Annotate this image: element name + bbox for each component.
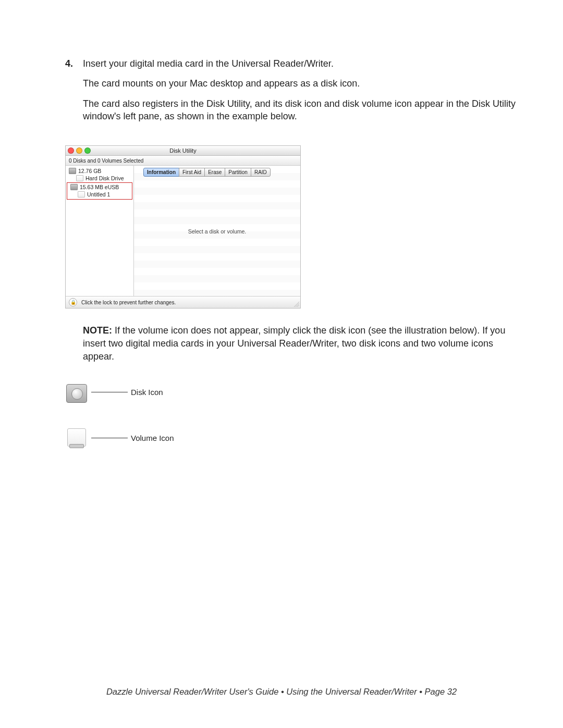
highlighted-media: 15.63 MB eUSB Untitled 1 xyxy=(67,182,132,200)
sidebar-disk-1[interactable]: 12.76 GB xyxy=(66,167,133,175)
sidebar: 12.76 GB Hard Disk Drive 15.63 MB eUSB U… xyxy=(66,166,134,296)
step-line-2: The card mounts on your Mac desktop and … xyxy=(83,77,516,90)
lock-hint: Click the lock to prevent further change… xyxy=(81,300,176,305)
sidebar-disk-2-label: 15.63 MB eUSB xyxy=(80,184,119,190)
note-label: NOTE: xyxy=(83,325,112,336)
tab-information[interactable]: Information xyxy=(143,168,179,177)
callout-line xyxy=(91,438,128,438)
disk-icon xyxy=(69,168,76,174)
window-titlebar: Disk Utility xyxy=(66,146,300,156)
page-footer: Dazzle Universal Reader/Writer User's Gu… xyxy=(0,687,563,697)
window-footer: 🔒 Click the lock to prevent further chan… xyxy=(66,296,300,308)
sidebar-volume-1-label: Hard Disk Drive xyxy=(85,175,124,181)
volume-icon-callout: Volume Icon xyxy=(65,427,516,450)
tab-erase[interactable]: Erase xyxy=(204,168,225,177)
disk-icon xyxy=(70,184,78,190)
note-paragraph: NOTE: If the volume icon does not appear… xyxy=(83,324,516,363)
step-line-1: Insert your digital media card in the Un… xyxy=(83,57,516,70)
volume-icon xyxy=(78,191,85,198)
sidebar-volume-2-label: Untitled 1 xyxy=(87,191,110,198)
tab-first-aid[interactable]: First Aid xyxy=(179,168,205,177)
tab-bar: Information First Aid Erase Partition RA… xyxy=(143,168,300,177)
disk-icon xyxy=(65,381,88,404)
disk-icon-label: Disk Icon xyxy=(131,388,163,397)
sidebar-volume-2[interactable]: Untitled 1 xyxy=(67,191,132,198)
volume-icon xyxy=(65,427,88,450)
note-text: If the volume icon does not appear, simp… xyxy=(83,325,505,362)
main-pane: Information First Aid Erase Partition RA… xyxy=(134,166,300,296)
volume-icon-label: Volume Icon xyxy=(131,434,174,442)
disk-icon-callout: Disk Icon xyxy=(65,381,516,404)
tab-raid[interactable]: RAID xyxy=(251,168,271,177)
sidebar-disk-2[interactable]: 15.63 MB eUSB xyxy=(67,183,132,191)
content-message: Select a disk or volume. xyxy=(134,228,300,235)
step-line-3: The card also registers in the Disk Util… xyxy=(83,97,516,123)
selection-status: 0 Disks and 0 Volumes Selected xyxy=(66,156,300,166)
disk-utility-screenshot: Disk Utility 0 Disks and 0 Volumes Selec… xyxy=(65,145,301,309)
tab-partition[interactable]: Partition xyxy=(225,168,251,177)
sidebar-volume-1[interactable]: Hard Disk Drive xyxy=(66,175,133,182)
volume-icon xyxy=(76,175,83,181)
step-4: 4. Insert your digital media card in the… xyxy=(65,57,516,130)
window-title: Disk Utility xyxy=(66,147,300,154)
window-body: 12.76 GB Hard Disk Drive 15.63 MB eUSB U… xyxy=(66,166,300,296)
resize-handle-icon[interactable] xyxy=(294,302,299,307)
callout-line xyxy=(91,392,128,392)
step-body: Insert your digital media card in the Un… xyxy=(83,57,516,130)
sidebar-disk-1-label: 12.76 GB xyxy=(78,168,101,174)
lock-icon[interactable]: 🔒 xyxy=(69,298,77,306)
step-number: 4. xyxy=(65,57,83,130)
